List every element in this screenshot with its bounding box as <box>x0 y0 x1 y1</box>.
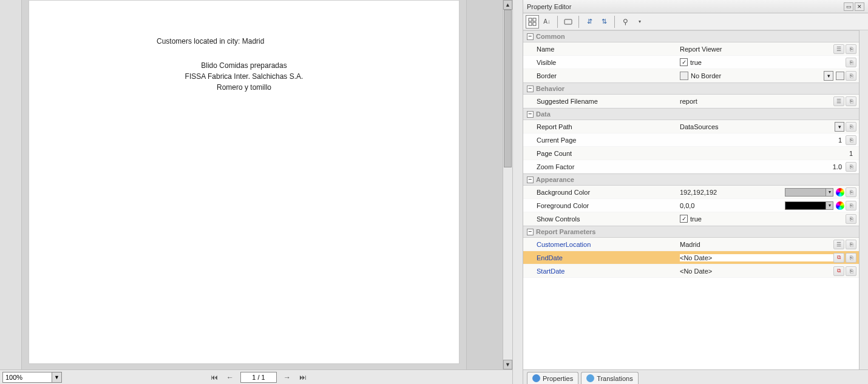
list-edit-icon[interactable]: ☰ <box>833 240 844 249</box>
prev-page-button[interactable]: ← <box>225 372 236 383</box>
prop-row-visible[interactable]: Visible ✓ true ⎘ <box>523 56 859 69</box>
prop-row-current-page[interactable]: Current Page 1 ⎘ <box>523 133 859 147</box>
border-edit-icon[interactable] <box>836 72 844 80</box>
prop-value[interactable]: 1 <box>680 136 846 144</box>
list-edit-icon[interactable]: ☰ <box>833 44 844 54</box>
prop-label[interactable]: EndDate <box>523 254 680 261</box>
show-events-button[interactable] <box>561 15 575 29</box>
page-indicator[interactable]: 1 / 1 <box>240 372 277 383</box>
prop-row-start-date[interactable]: StartDate <No Date> ⧉⎘ <box>523 264 859 278</box>
checkbox-checked-icon[interactable]: ✓ <box>680 215 688 223</box>
prop-row-background-color[interactable]: Background Color 192,192,192 ▾ ⎘ <box>523 186 859 199</box>
bind-icon[interactable]: ⎘ <box>846 240 856 249</box>
color-chooser-icon[interactable] <box>836 188 844 197</box>
property-scrollbar[interactable] <box>859 30 868 369</box>
prop-value[interactable]: ✓ true <box>680 58 846 66</box>
page-nav: ⏮ ← 1 / 1 → ⏭ <box>64 372 453 383</box>
next-page-button[interactable]: → <box>282 372 293 383</box>
collapse-toggle-icon[interactable]: − <box>527 111 534 118</box>
bind-icon[interactable]: ⎘ <box>846 201 856 211</box>
categorized-view-button[interactable] <box>526 15 539 29</box>
last-page-button[interactable]: ⏭ <box>297 372 308 383</box>
dropdown-icon[interactable]: ▾ <box>826 189 833 196</box>
collapse-all-button[interactable]: ⇅ <box>597 15 611 29</box>
prop-row-name[interactable]: Name Report Viewer ☰⎘ <box>523 42 859 56</box>
alphabetical-view-button[interactable]: A↓ <box>540 15 554 29</box>
prop-row-border[interactable]: Border No Border ▾ ⎘ <box>523 69 859 83</box>
prop-row-report-path[interactable]: Report Path DataSources ▾ ⎘ <box>523 120 859 133</box>
prop-value[interactable]: <No Date> <box>680 268 833 275</box>
prop-value[interactable]: <No Date> <box>680 254 833 261</box>
zoom-value[interactable]: 100% <box>3 374 52 381</box>
bind-icon[interactable]: ⎘ <box>846 58 856 67</box>
section-appearance[interactable]: − Appearance <box>523 173 859 186</box>
collapse-toggle-icon[interactable]: − <box>527 86 534 92</box>
prop-row-zoom-factor[interactable]: Zoom Factor 1.0 ⎘ <box>523 160 859 173</box>
dropdown-icon[interactable]: ▾ <box>835 122 844 132</box>
list-edit-icon[interactable]: ☰ <box>833 96 844 106</box>
color-swatch[interactable]: ▾ <box>785 201 833 210</box>
scroll-thumb[interactable] <box>504 10 512 167</box>
prop-value[interactable]: No Border ▾ <box>680 71 846 81</box>
tab-translations[interactable]: Translations <box>581 372 639 384</box>
expand-all-button[interactable]: ⇵ <box>583 15 596 29</box>
page-area[interactable]: Customers located in city: Madrid Blido … <box>22 0 466 369</box>
prop-value[interactable]: Madrid <box>680 241 833 248</box>
prop-value[interactable]: report <box>680 98 833 105</box>
scroll-up-icon[interactable]: ▲ <box>503 0 512 10</box>
collapse-toggle-icon[interactable]: − <box>527 177 534 183</box>
prop-value[interactable]: 0,0,0 ▾ <box>680 201 846 210</box>
zoom-combo[interactable]: 100% ▼ <box>2 372 62 383</box>
scroll-track[interactable] <box>503 10 512 360</box>
property-editor-titlebar[interactable]: Property Editor ▭ ✕ <box>523 0 868 13</box>
prop-row-page-count[interactable]: Page Count 1 <box>523 147 859 160</box>
section-report-parameters[interactable]: − Report Parameters <box>523 226 859 238</box>
color-chooser-icon[interactable] <box>836 201 844 210</box>
bind-icon[interactable]: ⎘ <box>846 44 856 54</box>
maximize-button[interactable]: ▭ <box>844 2 853 11</box>
date-picker-icon[interactable]: ⧉ <box>833 266 844 276</box>
bind-icon[interactable]: ⎘ <box>846 71 856 81</box>
scroll-down-icon[interactable]: ▼ <box>503 360 512 369</box>
collapse-toggle-icon[interactable]: − <box>527 33 534 40</box>
bind-icon[interactable]: ⎘ <box>846 253 856 263</box>
prop-row-end-date[interactable]: EndDate <No Date> ⧉⎘ <box>523 251 859 264</box>
filter-button[interactable]: ⚲ <box>619 15 632 29</box>
bind-icon[interactable]: ⎘ <box>846 135 856 145</box>
bind-icon[interactable]: ⎘ <box>846 187 856 197</box>
close-button[interactable]: ✕ <box>855 2 864 11</box>
prop-value[interactable]: ✓ true <box>680 215 846 223</box>
prop-label[interactable]: CustomerLocation <box>523 241 680 248</box>
dropdown-icon[interactable]: ▾ <box>824 71 833 81</box>
prop-label[interactable]: StartDate <box>523 268 680 275</box>
prop-value[interactable]: Report Viewer <box>680 45 833 53</box>
checkbox-checked-icon[interactable]: ✓ <box>680 58 688 66</box>
color-swatch[interactable]: ▾ <box>785 188 833 197</box>
prop-row-foreground-color[interactable]: Foreground Color 0,0,0 ▾ ⎘ <box>523 199 859 212</box>
bind-icon[interactable]: ⎘ <box>846 96 856 106</box>
prop-value[interactable]: 192,192,192 ▾ <box>680 188 846 197</box>
date-picker-icon[interactable]: ⧉ <box>833 253 844 263</box>
bind-icon[interactable]: ⎘ <box>846 214 856 224</box>
prop-value[interactable]: DataSources ▾ <box>680 122 846 132</box>
property-grid[interactable]: − Common Name Report Viewer ☰⎘ Visible ✓… <box>523 30 859 369</box>
prop-value: 1 <box>680 150 856 157</box>
prop-row-customer-location[interactable]: CustomerLocation Madrid ☰⎘ <box>523 238 859 251</box>
section-common[interactable]: − Common <box>523 30 859 42</box>
bind-icon[interactable]: ⎘ <box>846 162 856 172</box>
first-page-button[interactable]: ⏮ <box>209 372 220 383</box>
collapse-toggle-icon[interactable]: − <box>527 229 534 235</box>
dropdown-icon[interactable]: ▾ <box>826 202 833 209</box>
prop-row-suggested-filename[interactable]: Suggested Filename report ☰⎘ <box>523 95 859 108</box>
section-data[interactable]: − Data <box>523 108 859 120</box>
tab-properties[interactable]: Properties <box>527 372 578 384</box>
viewer-scrollbar[interactable]: ▲ ▼ <box>503 0 512 369</box>
properties-tab-icon <box>532 374 540 382</box>
section-behavior[interactable]: − Behavior <box>523 83 859 95</box>
filter-dropdown-button[interactable]: ▾ <box>633 15 646 29</box>
bind-icon[interactable]: ⎘ <box>846 266 856 276</box>
prop-value[interactable]: 1.0 <box>680 163 846 170</box>
bind-icon[interactable]: ⎘ <box>846 122 856 132</box>
prop-row-show-controls[interactable]: Show Controls ✓ true ⎘ <box>523 212 859 226</box>
zoom-dropdown-icon[interactable]: ▼ <box>52 372 61 382</box>
